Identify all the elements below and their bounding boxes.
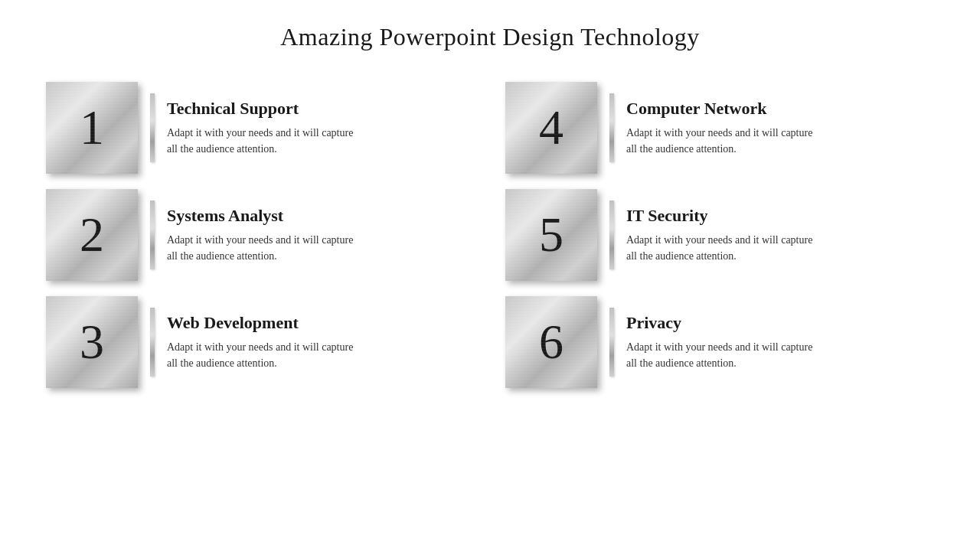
number-label-3: 3 <box>80 314 104 370</box>
divider-5 <box>609 201 614 269</box>
list-item-1: 1 Technical Support Adapt it with your n… <box>46 82 475 174</box>
items-grid: 1 Technical Support Adapt it with your n… <box>46 82 934 388</box>
item-title-3: Web Development <box>167 313 475 333</box>
number-label-4: 4 <box>539 99 564 156</box>
list-item-5: 5 IT Security Adapt it with your needs a… <box>505 189 934 281</box>
number-box-6: 6 <box>505 296 597 388</box>
item-title-1: Technical Support <box>167 99 475 119</box>
number-label-2: 2 <box>80 207 104 263</box>
divider-1 <box>150 93 155 162</box>
text-content-2: Systems Analyst Adapt it with your needs… <box>167 206 475 264</box>
number-label-1: 1 <box>80 99 104 156</box>
list-item-6: 6 Privacy Adapt it with your needs and i… <box>505 296 934 388</box>
divider-3 <box>150 308 155 377</box>
number-label-5: 5 <box>539 207 564 263</box>
list-item-2: 2 Systems Analyst Adapt it with your nee… <box>46 189 475 281</box>
text-content-3: Web Development Adapt it with your needs… <box>167 313 475 371</box>
item-title-4: Computer Network <box>626 99 934 119</box>
item-desc-2: Adapt it with your needs and it will cap… <box>167 232 366 264</box>
list-item-4: 4 Computer Network Adapt it with your ne… <box>505 82 934 174</box>
item-desc-4: Adapt it with your needs and it will cap… <box>626 125 825 157</box>
divider-4 <box>609 93 614 162</box>
page-title: Amazing Powerpoint Design Technology <box>280 23 700 51</box>
item-title-2: Systems Analyst <box>167 206 475 226</box>
number-box-1: 1 <box>46 82 138 174</box>
text-content-6: Privacy Adapt it with your needs and it … <box>626 313 934 371</box>
item-title-5: IT Security <box>626 206 934 226</box>
item-desc-1: Adapt it with your needs and it will cap… <box>167 125 366 157</box>
item-desc-3: Adapt it with your needs and it will cap… <box>167 339 366 371</box>
text-content-1: Technical Support Adapt it with your nee… <box>167 99 475 157</box>
number-label-6: 6 <box>539 314 564 370</box>
list-item-3: 3 Web Development Adapt it with your nee… <box>46 296 475 388</box>
text-content-5: IT Security Adapt it with your needs and… <box>626 206 934 264</box>
number-box-5: 5 <box>505 189 597 281</box>
text-content-4: Computer Network Adapt it with your need… <box>626 99 934 157</box>
number-box-4: 4 <box>505 82 597 174</box>
number-box-2: 2 <box>46 189 138 281</box>
item-desc-5: Adapt it with your needs and it will cap… <box>626 232 825 264</box>
item-title-6: Privacy <box>626 313 934 333</box>
divider-6 <box>609 308 614 377</box>
number-box-3: 3 <box>46 296 138 388</box>
item-desc-6: Adapt it with your needs and it will cap… <box>626 339 825 371</box>
divider-2 <box>150 201 155 269</box>
